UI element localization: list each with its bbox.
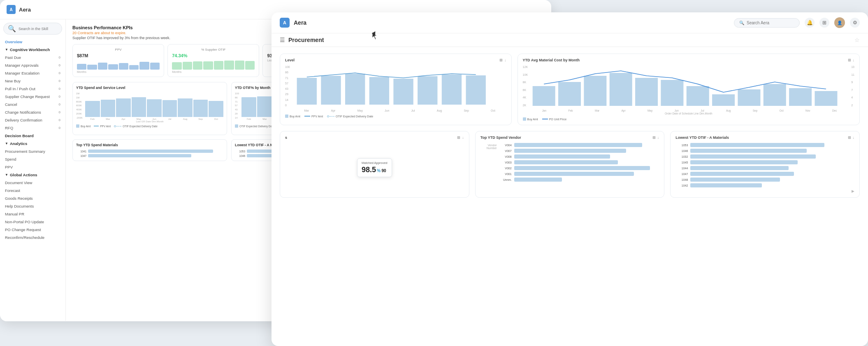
sidebar-group-cognitive[interactable]: ▼ Cognitive Workbench <box>0 46 65 54</box>
sidebar-item-po-change-request[interactable]: PO Change Request <box>0 226 65 234</box>
service-level-chart <box>293 65 506 107</box>
sidebar-item-supplier-change[interactable]: Supplier Change Request0 <box>0 93 65 101</box>
kpi-bar <box>139 62 149 70</box>
front-chart-avg-material-cost: YTD Avg Material Cost by Month ⊞ ↓ 12K10… <box>518 54 860 125</box>
chart-grid-icon-4[interactable]: ⊞ <box>652 136 656 140</box>
front-logo: A <box>280 18 290 28</box>
sidebar-item-manager-escalation[interactable]: Manager Escalation0 <box>0 69 65 77</box>
chart-top-spend-materials: Top YTD Spend Materials 1041 1047 <box>72 139 227 161</box>
svg-rect-22 <box>661 80 683 106</box>
chart-grid-icon-2[interactable]: ⊞ <box>848 58 851 62</box>
sidebar-item-ppv[interactable]: PPV <box>0 163 65 171</box>
svg-rect-14 <box>418 76 437 105</box>
settings-button[interactable]: ⚙ <box>850 18 860 28</box>
front-chart-left-placeholder: s ⊞ ↓ Matched Approved 98.5 % <box>280 131 469 198</box>
back-logo: A <box>7 5 16 14</box>
chart-download-icon-3[interactable]: ↓ <box>462 136 464 140</box>
scroll-indicator: ▶ <box>852 189 854 193</box>
kpi-bar <box>77 64 86 70</box>
svg-rect-12 <box>369 77 389 105</box>
front-chart-lowest-otif: Lowest YTD OTIF - A Materials ⊞ ↓ 1053 <box>670 131 860 198</box>
chart-grid-icon-3[interactable]: ⊞ <box>457 136 460 140</box>
sidebar-item-past-due[interactable]: Past Due0 <box>0 54 65 61</box>
kpi-bar <box>119 63 128 70</box>
kpi-months-label: Months <box>77 70 160 73</box>
svg-rect-27 <box>789 88 812 106</box>
sidebar-group-analytics[interactable]: ▼ Analytics <box>0 140 65 147</box>
svg-rect-20 <box>610 73 632 106</box>
back-sidebar: 🔍 Overview ▼ Cognitive Workbench Past Du… <box>0 19 66 321</box>
svg-rect-10 <box>321 76 341 105</box>
sidebar-item-forecast[interactable]: Forecast <box>0 187 65 194</box>
front-header-right: 🔍 🔔 ⊞ 👤 ⚙ <box>734 17 860 28</box>
kpi-bar <box>150 63 160 70</box>
sidebar-item-new-buy[interactable]: New Buy0 <box>0 77 65 85</box>
chart-grid-icon-5[interactable]: ⊞ <box>848 136 851 140</box>
front-top-charts-row: Level ⊞ ↓ 1008671574329140 <box>280 54 860 125</box>
page-title: Procurement <box>288 37 324 43</box>
svg-rect-24 <box>712 94 735 106</box>
sidebar-item-pull-in-push-out[interactable]: Pull In / Push Out0 <box>0 85 65 93</box>
svg-rect-15 <box>441 75 461 105</box>
sidebar-group-decision-board[interactable]: Decision Board <box>0 132 65 140</box>
user-avatar[interactable]: 👤 <box>834 17 845 28</box>
front-chart-top-vendor: Top YTD Spend Vendor ⊞ ↓ Vendor Number <box>475 131 665 198</box>
grid-button[interactable]: ⊞ <box>819 18 829 28</box>
sidebar-item-help-documents[interactable]: Help Documents <box>0 202 65 210</box>
back-search-input[interactable] <box>19 27 58 31</box>
svg-rect-21 <box>635 78 658 106</box>
sidebar-item-manager-approvals[interactable]: Manager Approvals0 <box>0 61 65 69</box>
chart-download-icon-4[interactable]: ↓ <box>657 136 659 140</box>
chart-grid-icon[interactable]: ⊞ <box>499 58 503 62</box>
chart-download-icon[interactable]: ↓ <box>504 58 506 62</box>
legend-buy-amt-color <box>76 124 79 128</box>
favorite-star-icon[interactable]: ☆ <box>854 37 860 43</box>
front-body: Level ⊞ ↓ 1008671574329140 <box>272 47 868 346</box>
front-search-bar[interactable]: 🔍 <box>734 18 800 28</box>
back-app-name: Aera <box>19 7 31 13</box>
sidebar-item-procurement-summary[interactable]: Procurement Summary <box>0 147 65 155</box>
sidebar-item-change-notifications[interactable]: Change Notifications0 <box>0 108 65 116</box>
sidebar-item-delivery-confirmation[interactable]: Delivery Confirmation0 <box>0 116 65 124</box>
menu-icon[interactable]: ☰ <box>280 37 285 43</box>
sidebar-item-reconfirm[interactable]: Reconfirm/Reschedule <box>0 234 65 241</box>
kpi-bar <box>87 65 97 70</box>
chart-download-icon-2[interactable]: ↓ <box>853 58 855 62</box>
front-bottom-charts-row: s ⊞ ↓ Matched Approved 98.5 % <box>280 131 860 198</box>
legend-ppv-line <box>94 126 99 126</box>
sidebar-group-global-actions[interactable]: ▼ Global Actions <box>0 171 65 179</box>
chart-ytd-spend: YTD Spend and Service Level 1M 1M 800K 6… <box>72 82 227 135</box>
sidebar-item-document-view[interactable]: Document View <box>0 179 65 187</box>
svg-rect-9 <box>297 78 316 105</box>
back-search-bar[interactable]: 🔍 <box>3 23 62 35</box>
svg-rect-11 <box>345 74 365 105</box>
kpi-card-otif: % Supplier OTIF 74.34% Months <box>167 44 259 77</box>
svg-rect-17 <box>533 86 555 106</box>
sidebar-item-goods-receipts[interactable]: Goods Receipts <box>0 194 65 202</box>
back-search-icon: 🔍 <box>8 25 16 33</box>
sidebar-item-manual-pr[interactable]: Manual PR <box>0 210 65 218</box>
front-card: A Aera 🔍 🔔 ⊞ 👤 ⚙ ☰ Procurement ☆ <box>272 12 868 346</box>
kpi-bar <box>108 64 118 70</box>
sidebar-item-cancel[interactable]: Cancel0 <box>0 101 65 108</box>
front-search-input[interactable] <box>747 21 794 25</box>
front-header: A Aera 🔍 🔔 ⊞ 👤 ⚙ <box>272 12 868 33</box>
svg-rect-19 <box>584 76 606 106</box>
kpi-matched-approved: Matched Approved 98.5 % 90 <box>357 158 392 177</box>
chart-download-icon-5[interactable]: ↓ <box>853 136 855 140</box>
svg-rect-25 <box>738 89 760 106</box>
sidebar-item-overview[interactable]: Overview <box>0 38 65 46</box>
svg-rect-13 <box>393 79 413 105</box>
kpi-card-ppv: PPV $87M Months <box>72 44 164 77</box>
svg-rect-16 <box>466 75 485 105</box>
notification-button[interactable]: 🔔 <box>805 18 815 28</box>
front-subheader: ☰ Procurement ☆ <box>272 33 868 47</box>
sidebar-item-spend[interactable]: Spend <box>0 155 65 163</box>
sidebar-item-rfq[interactable]: RFQ0 <box>0 124 65 132</box>
svg-rect-28 <box>815 91 838 106</box>
svg-rect-26 <box>764 84 786 106</box>
kpi-bar <box>129 65 139 70</box>
sidebar-item-non-portal[interactable]: Non-Portal PO Update <box>0 218 65 226</box>
front-app-name: Aera <box>294 19 306 26</box>
front-chart-service-level: Level ⊞ ↓ 1008671574329140 <box>280 54 512 125</box>
